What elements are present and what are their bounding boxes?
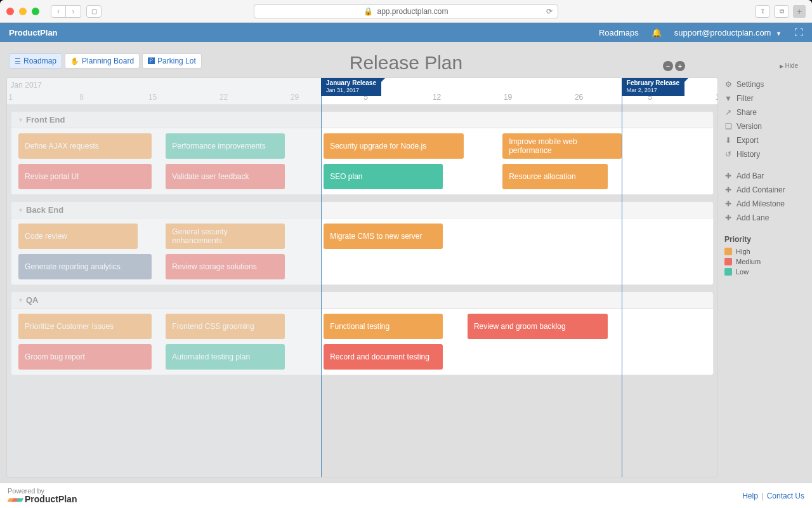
sidebar-item-label: Share — [737, 108, 757, 117]
new-tab-button[interactable]: + — [793, 5, 806, 18]
tabs-button[interactable]: ⧉ — [774, 5, 789, 18]
roadmap-bar[interactable]: Groom bug report — [18, 344, 152, 370]
browser-chrome: ‹ › ▢ 🔒 app.productplan.com ⟳ ⇪ ⧉ + — [0, 0, 812, 23]
sidebar-item-history[interactable]: ↺History — [723, 147, 806, 161]
lane-title: QA — [26, 295, 39, 305]
legend-item-medium: Medium — [723, 257, 806, 267]
add bar-icon: ✚ — [724, 171, 732, 180]
sidebar-item-filter[interactable]: ▼Filter — [723, 91, 806, 105]
separator: | — [761, 491, 763, 500]
topbar: ProductPlan Roadmaps 🔔 support@productpl… — [0, 23, 812, 42]
sidebar-item-label: Settings — [737, 80, 764, 89]
roadmap-bar[interactable]: Functional testing — [324, 314, 443, 339]
lane-header[interactable]: ▾Back End — [11, 201, 714, 218]
lane-header[interactable]: ▾Front End — [11, 111, 714, 128]
sidebar-toggle-button[interactable]: ▢ — [86, 5, 102, 18]
sidebar-item-add-container[interactable]: ✚Add Container — [723, 183, 806, 197]
user-email: support@productplan.com — [674, 28, 771, 37]
planning-icon: ✋ — [70, 57, 79, 65]
roadmap-bar[interactable]: Migrate CMS to new server — [324, 224, 443, 249]
close-window-icon[interactable] — [6, 8, 14, 15]
export-icon: ⬇ — [724, 136, 732, 145]
contact-link[interactable]: Contact Us — [767, 491, 804, 500]
roadmap-bar[interactable]: Improve mobile web performance — [502, 133, 622, 159]
lane-header[interactable]: ▾QA — [11, 291, 714, 309]
sidebar: ⚙Settings▼Filter↗Share❏Version⬇Export↺Hi… — [723, 77, 806, 478]
lane-row: Generate reporting analyticsReview stora… — [11, 254, 713, 279]
legend-label: Medium — [736, 258, 761, 265]
help-link[interactable]: Help — [742, 491, 758, 500]
roadmap-bar[interactable]: Revise portal UI — [18, 164, 152, 189]
forward-button[interactable]: › — [66, 5, 81, 18]
legend-item-low: Low — [723, 267, 806, 277]
milestone-flag[interactable]: January ReleaseJan 31, 2017 — [321, 77, 381, 96]
footer-brand: ▰▰▰ProductPlan — [8, 495, 77, 504]
sidebar-item-settings[interactable]: ⚙Settings — [723, 77, 806, 91]
lane: ▾QAPrioritize Customer IssuesFrontend CS… — [11, 291, 714, 375]
expand-icon[interactable]: ⛶ — [794, 27, 803, 37]
share-browser-button[interactable]: ⇪ — [755, 5, 770, 18]
roadmap-bar[interactable]: Prioritize Customer Issues — [18, 314, 152, 339]
settings-icon: ⚙ — [724, 80, 732, 89]
roadmap-bar[interactable]: Performance improvements — [166, 133, 285, 159]
roadmap-bar[interactable]: General security enhancements — [166, 224, 285, 249]
sidebar-item-label: Add Lane — [737, 213, 769, 222]
content-area: ☰Roadmap ✋Planning Board 🅿Parking Lot Re… — [0, 42, 812, 483]
milestone-flag[interactable]: February ReleaseMar 2, 2017 — [622, 77, 684, 96]
roadmap-bar[interactable]: Generate reporting analytics — [18, 254, 152, 279]
parking-icon: 🅿 — [148, 57, 155, 65]
tab-planning-board[interactable]: ✋Planning Board — [65, 53, 140, 69]
zoom-in-button[interactable]: + — [675, 61, 685, 71]
roadmap-bar[interactable]: Define AJAX requests — [18, 133, 152, 159]
filter-icon: ▼ — [724, 94, 732, 103]
tab-parking-lot[interactable]: 🅿Parking Lot — [142, 53, 202, 69]
roadmap-icon: ☰ — [15, 57, 21, 65]
hide-sidebar-link[interactable]: Hide — [780, 62, 798, 69]
sidebar-item-share[interactable]: ↗Share — [723, 105, 806, 119]
back-button[interactable]: ‹ — [51, 5, 66, 18]
tab-roadmap[interactable]: ☰Roadmap — [9, 53, 62, 69]
day-label: 26 — [575, 93, 583, 102]
legend-swatch — [724, 258, 732, 265]
roadmap-bar[interactable]: Frontend CSS grooming — [166, 314, 285, 339]
sidebar-item-label: Version — [737, 122, 762, 131]
tab-label: Parking Lot — [157, 57, 196, 65]
priority-title: Priority — [723, 232, 806, 246]
sidebar-item-label: Add Bar — [737, 171, 764, 180]
lane-row: Prioritize Customer IssuesFrontend CSS g… — [11, 314, 713, 339]
roadmap-bar[interactable]: SEO plan — [324, 164, 443, 189]
day-label: 19 — [504, 93, 512, 102]
sidebar-item-version[interactable]: ❏Version — [723, 119, 806, 133]
reload-icon[interactable]: ⟳ — [546, 7, 553, 16]
traffic-lights — [6, 8, 39, 15]
minimize-window-icon[interactable] — [19, 8, 27, 15]
roadmap-bar[interactable]: Security upgrade for Node.js — [324, 133, 464, 159]
footer: Powered by ▰▰▰ProductPlan Help | Contact… — [0, 483, 812, 508]
sidebar-item-label: Filter — [737, 94, 754, 103]
zoom-out-button[interactable]: − — [663, 61, 673, 71]
roadmap-bar[interactable]: Review storage solutions — [166, 254, 285, 279]
roadmaps-link[interactable]: Roadmaps — [599, 28, 639, 37]
sidebar-item-add-milestone[interactable]: ✚Add Milestone — [723, 197, 806, 211]
roadmap-bar[interactable]: Code review — [18, 224, 138, 249]
legend-item-high: High — [723, 246, 806, 257]
address-bar[interactable]: 🔒 app.productplan.com ⟳ — [254, 4, 558, 18]
roadmap-bar[interactable]: Review and groom backlog — [468, 314, 608, 339]
lock-icon: 🔒 — [363, 7, 373, 16]
notifications-icon[interactable]: 🔔 — [652, 28, 662, 37]
roadmap-bar[interactable]: Record and document testing — [324, 344, 443, 370]
legend-label: Low — [736, 268, 749, 276]
sidebar-item-label: Add Container — [737, 185, 785, 194]
roadmap-bar[interactable]: Resource allocation — [502, 164, 608, 189]
sidebar-item-add-lane[interactable]: ✚Add Lane — [723, 211, 806, 225]
add container-icon: ✚ — [724, 185, 732, 194]
sidebar-item-label: History — [737, 150, 760, 159]
sidebar-item-add-bar[interactable]: ✚Add Bar — [723, 169, 806, 183]
fullscreen-window-icon[interactable] — [32, 8, 39, 15]
roadmap-bar[interactable]: Validate user feedback — [166, 164, 285, 189]
lane-row: Groom bug reportAutomated testing planRe… — [11, 344, 713, 370]
user-menu[interactable]: support@productplan.com ▼ — [674, 28, 782, 37]
timeline-header: Jan 2017FebMar18152229512192651January R… — [7, 78, 717, 105]
sidebar-item-export[interactable]: ⬇Export — [723, 133, 806, 147]
roadmap-bar[interactable]: Automated testing plan — [166, 344, 285, 370]
